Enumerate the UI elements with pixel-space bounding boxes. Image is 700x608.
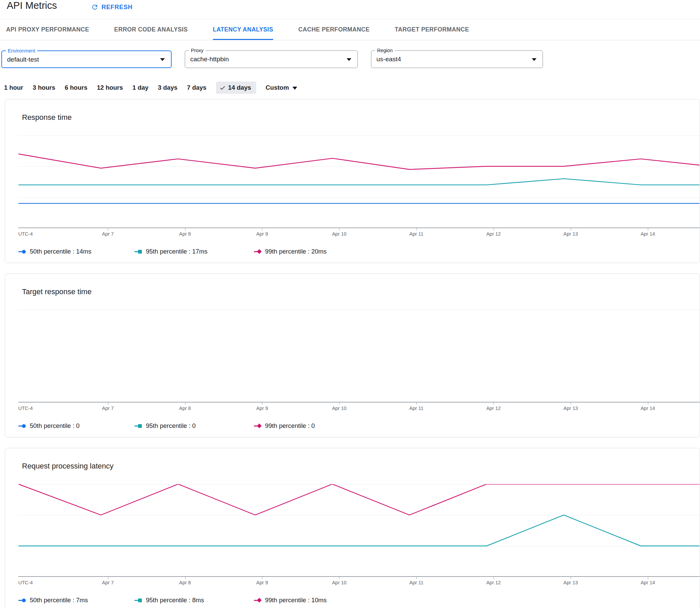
time-range-custom[interactable]: Custom <box>266 81 297 94</box>
x-axis-tick <box>185 228 186 230</box>
chart-lines <box>18 310 700 402</box>
legend-shape <box>257 598 262 603</box>
legend-item-50th-percentile: 50th percentile : 7ms <box>18 595 88 605</box>
time-range-3-days[interactable]: 3 days <box>158 81 178 94</box>
chart-plot-area <box>18 484 700 577</box>
chart-title: Target response time <box>5 274 700 296</box>
time-range-14-days[interactable]: 14 days <box>216 81 256 94</box>
x-axis-tick <box>339 577 340 579</box>
legend-item-95th-percentile: 95th percentile : 8ms <box>134 595 204 605</box>
legend-label: 99th percentile : 0 <box>265 422 315 430</box>
x-axis-tick <box>416 228 417 230</box>
chart-plot-area <box>18 135 700 228</box>
filter-proxy[interactable]: Proxycache-httpbin <box>185 51 358 68</box>
x-axis-tick-label: Apr 9 <box>256 580 268 585</box>
dropdown-arrow-icon <box>160 58 165 61</box>
time-range-label: 14 days <box>228 84 251 91</box>
tab-label: ERROR CODE ANALYSIS <box>114 26 188 33</box>
legend-shape <box>138 598 142 602</box>
x-axis-tick <box>493 228 494 230</box>
x-axis-tick-label: Apr 14 <box>640 405 655 411</box>
tab-label: CACHE PERFORMANCE <box>298 26 370 33</box>
chart-lines <box>18 484 700 577</box>
chart-plot-area <box>18 310 700 402</box>
x-axis-tick-label: Apr 9 <box>256 405 268 411</box>
time-range-3-hours[interactable]: 3 hours <box>33 81 56 94</box>
x-axis-tick <box>108 577 108 579</box>
x-axis-tick-label: Apr 13 <box>564 580 578 585</box>
time-range-7-days[interactable]: 7 days <box>187 81 207 94</box>
x-axis-tick-label: Apr 12 <box>487 405 501 411</box>
legend-marker-square-icon <box>134 598 142 602</box>
x-axis-tick <box>571 577 571 579</box>
x-axis-tick-label: Apr 10 <box>332 580 347 585</box>
refresh-button[interactable]: REFRESH <box>89 2 135 12</box>
tab-api-proxy-performance[interactable]: API PROXY PERFORMANCE <box>6 19 89 40</box>
page-title: API Metrics <box>7 0 57 11</box>
filter-row: Environmentdefault-testProxycache-httpbi… <box>0 51 700 68</box>
filter-value: us-east4 <box>376 51 401 68</box>
dropdown-arrow-icon <box>347 58 351 61</box>
x-axis-tick <box>108 402 108 405</box>
chart-card-request-processing-latency: Request processing latencyUTC-4Apr 7Apr … <box>5 448 700 608</box>
time-range-1-hour[interactable]: 1 hour <box>4 81 23 94</box>
chart-card-response-time: Response timeUTC-4Apr 7Apr 8Apr 9Apr 10A… <box>5 99 700 263</box>
refresh-label: REFRESH <box>101 4 133 11</box>
x-axis-tick-label: Apr 8 <box>179 580 191 585</box>
x-axis-tick-label: Apr 11 <box>409 231 423 236</box>
time-range-label: 1 hour <box>4 84 23 91</box>
legend-marker-circle-icon <box>18 424 26 428</box>
tab-latency-analysis[interactable]: LATENCY ANALYSIS <box>213 19 273 40</box>
legend-label: 95th percentile : 17ms <box>146 248 208 255</box>
x-axis-tick-label: Apr 8 <box>179 231 191 236</box>
charts-area: Response timeUTC-4Apr 7Apr 8Apr 9Apr 10A… <box>0 99 700 608</box>
legend-label: 50th percentile : 7ms <box>30 596 88 604</box>
x-axis-tick <box>648 228 648 230</box>
legend-item-99th-percentile: 99th percentile : 20ms <box>254 246 327 256</box>
time-range-custom-label: Custom <box>266 84 289 91</box>
x-axis-labels: UTC-4Apr 7Apr 8Apr 9Apr 10Apr 11Apr 12Ap… <box>18 405 700 412</box>
legend-label: 99th percentile : 20ms <box>265 248 327 255</box>
x-axis-tick <box>493 577 494 579</box>
x-axis-tick-label: Apr 8 <box>179 405 191 411</box>
x-axis-tick-label: Apr 10 <box>332 405 347 411</box>
x-axis-tick-label: Apr 9 <box>256 231 268 236</box>
x-axis-tick <box>416 577 417 579</box>
time-range-12-hours[interactable]: 12 hours <box>97 81 123 94</box>
legend-label: 50th percentile : 14ms <box>30 248 91 255</box>
x-axis-tick-label: Apr 7 <box>102 405 114 411</box>
chart-lines <box>18 135 700 228</box>
x-axis-tick-label: Apr 12 <box>487 231 501 236</box>
chart-title: Request processing latency <box>5 448 700 471</box>
time-range-label: 6 hours <box>65 84 87 91</box>
time-range-1-day[interactable]: 1 day <box>132 81 148 94</box>
time-range-label: 12 hours <box>97 84 123 91</box>
x-axis-tick-label: Apr 10 <box>332 231 347 236</box>
x-axis-tick-label: Apr 11 <box>409 580 423 585</box>
time-range-label: 1 day <box>132 84 148 91</box>
tab-target-performance[interactable]: TARGET PERFORMANCE <box>395 19 469 40</box>
filter-value: cache-httpbin <box>190 51 229 68</box>
x-axis-tick <box>416 402 417 405</box>
legend-label: 50th percentile : 0 <box>30 422 79 430</box>
x-axis-labels: UTC-4Apr 7Apr 8Apr 9Apr 10Apr 11Apr 12Ap… <box>18 231 700 238</box>
legend-shape <box>138 424 142 428</box>
x-axis-tick-label: Apr 13 <box>564 231 578 236</box>
custom-dropdown-arrow-icon <box>292 87 297 90</box>
x-axis-tick <box>262 228 262 230</box>
legend-marker-circle-icon <box>18 250 26 253</box>
x-axis-tick <box>262 577 262 579</box>
tab-error-code-analysis[interactable]: ERROR CODE ANALYSIS <box>114 19 188 40</box>
x-axis-tick-label: Apr 11 <box>409 405 423 411</box>
page-header: API Metrics REFRESH <box>0 0 700 19</box>
time-range-6-hours[interactable]: 6 hours <box>65 81 87 94</box>
x-axis-tick <box>571 228 571 230</box>
filter-region[interactable]: Regionus-east4 <box>371 51 543 68</box>
filter-value: default-test <box>7 51 39 68</box>
legend-item-50th-percentile: 50th percentile : 0 <box>18 421 79 431</box>
x-axis-tick <box>185 402 186 405</box>
filter-environment[interactable]: Environmentdefault-test <box>1 51 172 68</box>
tab-cache-performance[interactable]: CACHE PERFORMANCE <box>298 19 370 40</box>
legend-item-99th-percentile: 99th percentile : 10ms <box>254 595 327 605</box>
time-range-label: 3 days <box>158 84 178 91</box>
